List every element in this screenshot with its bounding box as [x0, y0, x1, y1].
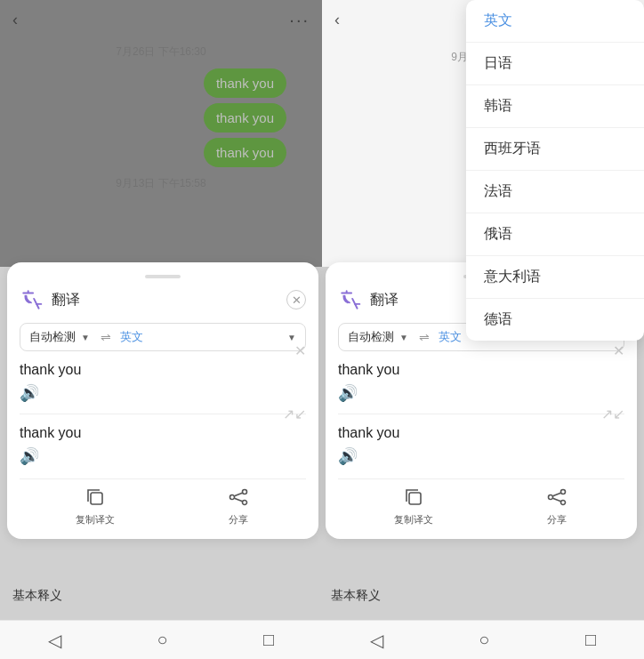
left-result-section: thank you ↗↙ 🔊	[20, 425, 306, 466]
svg-line-5	[234, 498, 242, 502]
left-panel-handle	[145, 275, 181, 278]
left-source-text: thank you	[20, 362, 81, 378]
dropdown-item-russian[interactable]: 俄语	[466, 213, 644, 256]
right-result-section: thank you ↗↙ 🔊	[338, 425, 624, 466]
svg-point-3	[242, 501, 246, 505]
left-clear-button[interactable]: ✕	[294, 342, 306, 359]
svg-rect-0	[91, 493, 102, 504]
right-copy-label: 复制译文	[394, 513, 433, 526]
left-result-sound[interactable]: 🔊	[20, 446, 306, 466]
right-meaning-title: 基本释义	[331, 588, 381, 602]
left-copy-button[interactable]: 复制译文	[76, 485, 115, 526]
left-meaning-col: 基本释义	[7, 587, 318, 604]
left-share-label: 分享	[229, 513, 248, 526]
right-result-text: thank you	[338, 425, 399, 441]
dropdown-item-spanish[interactable]: 西班牙语	[466, 128, 644, 171]
dropdown-item-italian[interactable]: 意大利语	[466, 256, 644, 299]
right-copy-button[interactable]: 复制译文	[394, 485, 433, 526]
left-trans-panel: 翻译 ✕ 自动检测 ▼ ⇌ 英文 ▼ thank you ✕ 🔊 thank y…	[7, 262, 318, 539]
dropdown-item-korean[interactable]: 韩语	[466, 85, 644, 128]
left-action-row: 复制译文 分享	[20, 478, 306, 526]
svg-point-1	[242, 490, 246, 494]
right-source-arrow: ▼	[399, 333, 408, 342]
right-share-icon	[544, 485, 569, 510]
nav-recent-button-right[interactable]: □	[585, 630, 596, 650]
right-source-text: thank you	[338, 362, 399, 378]
right-meaning-col: 基本释义	[326, 587, 637, 604]
dim-overlay	[0, 0, 322, 267]
nav-back-button[interactable]: ◁	[48, 630, 61, 651]
right-copy-icon	[401, 485, 426, 510]
dropdown-item-french[interactable]: 法语	[466, 171, 644, 213]
left-share-icon	[226, 485, 251, 510]
nav-recent-button[interactable]: □	[263, 630, 274, 650]
right-expand-icon[interactable]: ↗↙	[601, 406, 624, 422]
right-source-section: thank you ✕ 🔊	[338, 362, 624, 414]
left-copy-icon	[83, 485, 108, 510]
right-title-group: 翻译	[338, 287, 398, 312]
nav-back-button-right[interactable]: ◁	[370, 630, 383, 651]
left-panel-title: 翻译	[52, 291, 80, 309]
left-target-lang: 英文	[120, 329, 284, 345]
bottom-nav: ◁ ○ □ ◁ ○ □	[0, 620, 644, 659]
left-meaning-title: 基本释义	[12, 588, 62, 602]
dropdown-item-english[interactable]: 英文	[466, 0, 644, 43]
svg-line-11	[552, 498, 560, 502]
left-result-text: thank you	[20, 425, 81, 441]
right-translate-icon	[338, 287, 363, 312]
right-result-sound[interactable]: 🔊	[338, 446, 624, 466]
left-title-group: 翻译	[20, 287, 80, 312]
left-source-sound[interactable]: 🔊	[20, 383, 306, 403]
right-share-label: 分享	[547, 513, 567, 526]
dropdown-item-german[interactable]: 德语	[466, 299, 644, 341]
svg-rect-6	[409, 493, 421, 504]
left-panel-header: 翻译 ✕	[20, 287, 306, 312]
right-share-button[interactable]: 分享	[544, 485, 569, 526]
basic-meaning-row: 基本释义 基本释义	[0, 587, 644, 604]
left-source-section: thank you ✕ 🔊	[20, 362, 306, 414]
left-expand-icon[interactable]: ↗↙	[283, 406, 306, 422]
svg-point-7	[560, 490, 565, 494]
left-lang-row[interactable]: 自动检测 ▼ ⇌ 英文 ▼	[20, 323, 306, 351]
left-translate-icon	[20, 287, 44, 312]
left-copy-label: 复制译文	[76, 513, 115, 526]
right-clear-button[interactable]: ✕	[613, 342, 624, 359]
right-lang-divider: ⇌	[419, 330, 430, 344]
nav-home-button[interactable]: ○	[157, 630, 167, 650]
right-source-sound[interactable]: 🔊	[338, 383, 624, 403]
left-close-button[interactable]: ✕	[286, 290, 306, 309]
left-lang-divider: ⇌	[101, 330, 111, 344]
right-action-row: 复制译文 分享	[338, 478, 624, 526]
svg-line-10	[552, 493, 560, 496]
right-panel-title: 翻译	[370, 291, 398, 309]
dropdown-menu: 英文 日语 韩语 西班牙语 法语 俄语 意大利语 德语	[466, 0, 644, 341]
right-source-lang: 自动检测	[348, 329, 394, 345]
left-chat-bg: ‹ ··· 7月26日 下午16:30 thank you thank you …	[0, 0, 322, 267]
right-back-icon[interactable]: ‹	[334, 11, 340, 29]
left-share-button[interactable]: 分享	[226, 485, 251, 526]
dropdown-item-japanese[interactable]: 日语	[466, 43, 644, 85]
left-target-arrow: ▼	[287, 333, 296, 342]
svg-point-2	[229, 495, 234, 500]
nav-home-button-right[interactable]: ○	[479, 630, 489, 650]
svg-line-4	[234, 493, 242, 496]
left-source-lang: 自动检测	[29, 329, 76, 345]
left-source-arrow: ▼	[81, 333, 90, 342]
svg-point-8	[548, 495, 552, 500]
svg-point-9	[560, 501, 565, 505]
